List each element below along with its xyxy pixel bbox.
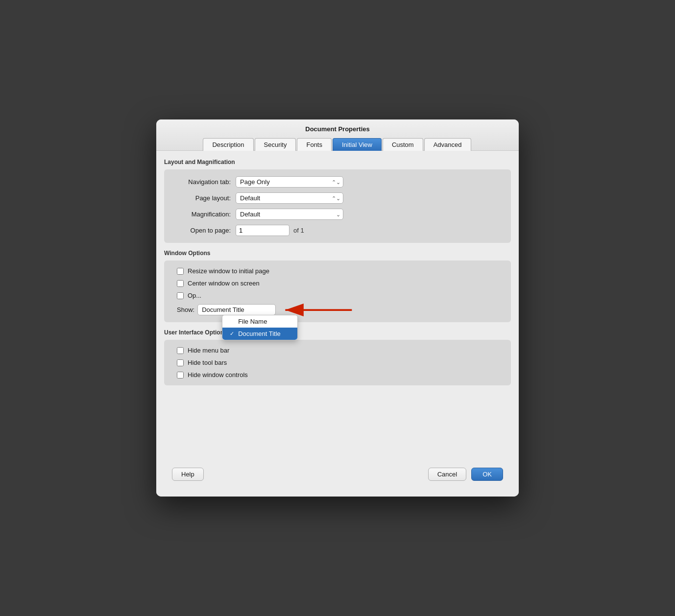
tab-description[interactable]: Description xyxy=(203,138,253,151)
hide-window-controls-row: Hide window controls xyxy=(172,371,503,379)
show-label: Show: xyxy=(177,306,194,313)
navigation-tab-row: Navigation tab: Page Only Bookmarks Pane… xyxy=(172,176,503,188)
dialog-footer: Help Cancel OK xyxy=(164,461,511,489)
magnification-label: Magnification: xyxy=(172,211,236,218)
spacer xyxy=(164,392,511,461)
open-fullscreen-label: Op... xyxy=(188,292,201,299)
dropdown-document-title-label: Document Title xyxy=(238,330,281,337)
user-interface-title: User Interface Options xyxy=(164,329,511,336)
tab-initial-view[interactable]: Initial View xyxy=(333,138,382,151)
hide-toolbars-checkbox[interactable] xyxy=(177,359,184,366)
page-layout-label: Page layout: xyxy=(172,194,236,202)
user-interface-content: Hide menu bar Hide tool bars Hide window… xyxy=(164,340,511,385)
dialog-title: Document Properties xyxy=(164,125,511,133)
dropdown-filename-label: File Name xyxy=(238,318,267,325)
magnification-row: Magnification: Default Fit Page Fit Widt… xyxy=(172,209,503,220)
hide-toolbars-label: Hide tool bars xyxy=(188,359,227,366)
user-interface-section: User Interface Options Hide menu bar Hid… xyxy=(164,329,511,385)
resize-window-checkbox[interactable] xyxy=(177,268,184,275)
open-to-page-row: Open to page: of 1 xyxy=(172,225,503,236)
hide-window-controls-label: Hide window controls xyxy=(188,371,248,379)
dropdown-item-document-title[interactable]: ✓ Document Title xyxy=(222,328,297,340)
document-title-check-icon: ✓ xyxy=(228,331,235,337)
window-options-title: Window Options xyxy=(164,250,511,257)
dropdown-item-filename[interactable]: File Name xyxy=(222,315,297,328)
page-layout-select-wrapper: Default Single Page Two Page ⌃⌄ xyxy=(236,192,343,204)
layout-section: Layout and Magnification Navigation tab:… xyxy=(164,159,511,243)
dropdown-popup: File Name ✓ Document Title xyxy=(222,315,298,340)
title-bar: Document Properties Description Security… xyxy=(156,119,519,151)
navigation-tab-label: Navigation tab: xyxy=(172,178,236,186)
show-row: Show: File Name Document Title File Name xyxy=(172,304,503,315)
magnification-select[interactable]: Default Fit Page Fit Width 100% xyxy=(236,209,343,220)
dialog-body: Layout and Magnification Navigation tab:… xyxy=(156,151,519,497)
resize-window-row: Resize window to initial page xyxy=(172,267,503,275)
tab-custom[interactable]: Custom xyxy=(383,138,423,151)
magnification-select-wrapper: Default Fit Page Fit Width 100% ⌄ xyxy=(236,209,343,220)
open-fullscreen-row: Op... xyxy=(172,292,503,299)
open-to-page-label: Open to page: xyxy=(172,227,236,234)
hide-menu-bar-label: Hide menu bar xyxy=(188,347,229,354)
hide-menu-bar-checkbox[interactable] xyxy=(177,347,184,354)
center-window-row: Center window on screen xyxy=(172,280,503,287)
document-properties-dialog: Document Properties Description Security… xyxy=(156,119,519,497)
window-options-content: Resize window to initial page Center win… xyxy=(164,261,511,322)
page-of-label: of 1 xyxy=(293,227,304,234)
center-window-checkbox[interactable] xyxy=(177,280,184,287)
navigation-tab-select[interactable]: Page Only Bookmarks Panel and Page Pages… xyxy=(236,176,343,188)
tab-advanced[interactable]: Advanced xyxy=(424,138,471,151)
layout-section-title: Layout and Magnification xyxy=(164,159,511,166)
hide-window-controls-checkbox[interactable] xyxy=(177,372,184,379)
layout-section-content: Navigation tab: Page Only Bookmarks Pane… xyxy=(164,169,511,243)
navigation-tab-select-wrapper: Page Only Bookmarks Panel and Page Pages… xyxy=(236,176,343,188)
cancel-button[interactable]: Cancel xyxy=(428,468,466,481)
open-fullscreen-checkbox[interactable] xyxy=(177,292,184,299)
center-window-label: Center window on screen xyxy=(188,280,260,287)
help-button[interactable]: Help xyxy=(172,468,204,481)
page-layout-select[interactable]: Default Single Page Two Page xyxy=(236,192,343,204)
tab-bar: Description Security Fonts Initial View … xyxy=(164,138,511,150)
tab-security[interactable]: Security xyxy=(255,138,296,151)
footer-right-buttons: Cancel OK xyxy=(428,468,503,481)
resize-window-label: Resize window to initial page xyxy=(188,267,269,275)
hide-toolbars-row: Hide tool bars xyxy=(172,359,503,366)
page-layout-row: Page layout: Default Single Page Two Pag… xyxy=(172,192,503,204)
show-select[interactable]: File Name Document Title xyxy=(197,304,276,315)
window-options-section: Window Options Resize window to initial … xyxy=(164,250,511,322)
tab-fonts[interactable]: Fonts xyxy=(297,138,332,151)
show-select-wrapper: File Name Document Title File Name ✓ xyxy=(197,304,276,315)
open-to-page-input[interactable] xyxy=(236,225,289,236)
hide-menu-bar-row: Hide menu bar xyxy=(172,347,503,354)
ok-button[interactable]: OK xyxy=(471,468,503,481)
